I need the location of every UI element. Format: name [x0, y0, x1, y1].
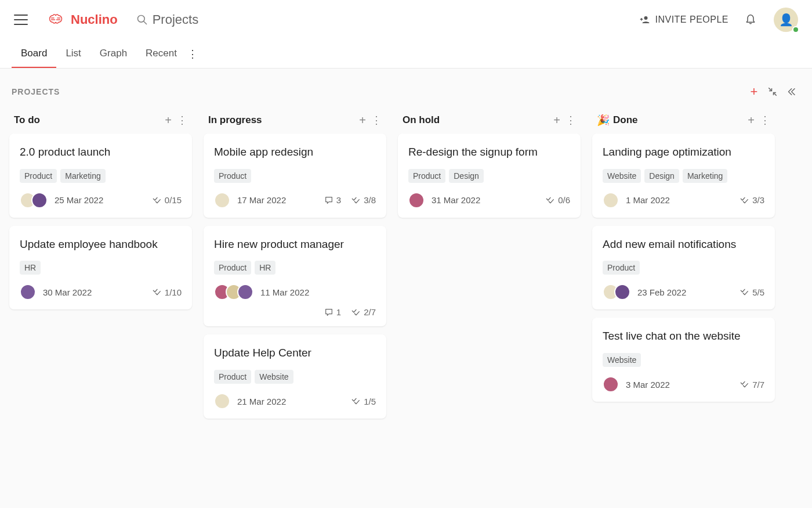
- card-date: 25 Mar 2022: [55, 195, 103, 205]
- card-date: 17 Mar 2022: [237, 195, 286, 205]
- card[interactable]: 2.0 product launchProductMarketing25 Mar…: [9, 134, 192, 218]
- board-columns: To do+2.0 product launchProductMarketing…: [0, 106, 812, 427]
- brand-logo[interactable]: Nuclino: [49, 12, 118, 27]
- card[interactable]: Test live chat on the websiteWebsite3 Ma…: [592, 318, 775, 402]
- card-date: 23 Feb 2022: [637, 287, 686, 297]
- card-title: Landing page optimization: [603, 145, 764, 160]
- add-column-button[interactable]: +: [745, 82, 763, 101]
- column-done: 🎉Done+Landing page optimizationWebsiteDe…: [586, 106, 781, 427]
- avatar: [31, 192, 48, 208]
- card-title: Add new email notifications: [603, 237, 764, 252]
- card-meta: 25 Mar 20220/15: [20, 192, 182, 208]
- card-meta-row2: 12/7: [214, 307, 376, 317]
- search-placeholder: Projects: [153, 12, 198, 27]
- presence-indicator: [792, 26, 799, 33]
- column-header: 🎉Done+: [590, 106, 777, 134]
- card-avatars: [603, 192, 619, 208]
- tag: Website: [255, 370, 293, 384]
- tab-more-icon[interactable]: [186, 48, 199, 60]
- tag: HR: [255, 261, 276, 275]
- card-date: 30 Mar 2022: [43, 287, 92, 297]
- column-more-icon[interactable]: [176, 113, 188, 128]
- svg-point-2: [644, 16, 648, 20]
- card-tags: Website: [603, 353, 764, 367]
- checklist-count: 0/6: [546, 195, 570, 205]
- user-avatar[interactable]: 👤: [774, 8, 798, 32]
- card-meta: 1 Mar 20223/3: [603, 192, 764, 208]
- avatar: [214, 192, 230, 208]
- checklist-count: 3/8: [351, 195, 376, 205]
- card[interactable]: Update Help CenterProductWebsite21 Mar 2…: [204, 334, 386, 419]
- card-date: 3 Mar 2022: [626, 380, 670, 390]
- column-add-card-button[interactable]: +: [549, 113, 564, 128]
- tag: Product: [214, 261, 251, 275]
- card-title: Test live chat on the website: [603, 329, 764, 344]
- avatar: [603, 376, 619, 392]
- card[interactable]: Hire new product managerProductHR11 Mar …: [204, 226, 386, 327]
- card-avatars: [214, 393, 230, 409]
- tag: Marketing: [683, 169, 727, 183]
- card-meta: 21 Mar 20221/5: [214, 393, 376, 409]
- avatar: [237, 284, 253, 300]
- card-meta: 30 Mar 20221/10: [20, 284, 182, 300]
- invite-people-button[interactable]: INVITE PEOPLE: [640, 15, 728, 25]
- svg-line-1: [143, 21, 146, 24]
- tag: Website: [603, 353, 641, 367]
- card-meta: 17 Mar 202233/8: [214, 192, 376, 208]
- card-avatars: [603, 376, 619, 392]
- hamburger-menu-icon[interactable]: [14, 15, 28, 25]
- avatar: [603, 192, 619, 208]
- tab-graph[interactable]: Graph: [90, 39, 136, 68]
- collapse-panel-icon[interactable]: [782, 82, 800, 101]
- column-title: 🎉Done: [597, 114, 638, 127]
- column-header: On hold+: [396, 106, 583, 134]
- card-avatars: [603, 284, 630, 300]
- card-avatars: [20, 192, 48, 208]
- card-avatars: [214, 284, 253, 300]
- column-on-hold: On hold+Re-design the signup formProduct…: [392, 106, 586, 427]
- card-meta: 31 Mar 20220/6: [408, 192, 570, 208]
- column-title: To do: [14, 114, 40, 126]
- brain-icon: [49, 13, 66, 27]
- column-title: In progress: [208, 114, 262, 126]
- card-title: Hire new product manager: [214, 237, 376, 252]
- column-add-card-button[interactable]: +: [355, 113, 370, 128]
- tag: Design: [644, 169, 679, 183]
- card[interactable]: Mobile app redesignProduct17 Mar 202233/…: [204, 134, 386, 218]
- checklist-count: 2/7: [351, 307, 376, 317]
- card[interactable]: Landing page optimizationWebsiteDesignMa…: [592, 134, 775, 218]
- column-add-card-button[interactable]: +: [161, 113, 176, 128]
- tab-list[interactable]: List: [56, 39, 90, 68]
- tab-board[interactable]: Board: [12, 39, 56, 68]
- card-tags: ProductMarketing: [20, 169, 182, 183]
- tag: Product: [214, 169, 251, 183]
- column-add-card-button[interactable]: +: [744, 113, 759, 128]
- tab-recent[interactable]: Recent: [136, 39, 186, 68]
- person-add-icon: [640, 15, 650, 25]
- column-more-icon[interactable]: [370, 113, 383, 128]
- card-meta: 11 Mar 2022: [214, 284, 376, 300]
- collapse-icon[interactable]: [763, 82, 782, 101]
- board-title: PROJECTS: [12, 87, 60, 96]
- card-date: 31 Mar 2022: [432, 195, 480, 205]
- bell-icon[interactable]: [745, 14, 756, 26]
- board-area: PROJECTS + To do+2.0 product launchProdu…: [0, 69, 812, 508]
- column-more-icon[interactable]: [564, 113, 577, 128]
- checklist-count: 5/5: [740, 287, 764, 297]
- avatar: [20, 284, 36, 300]
- card-tags: ProductHR: [214, 261, 376, 275]
- card[interactable]: Update employee handbookHR30 Mar 20221/1…: [9, 226, 192, 310]
- column-more-icon[interactable]: [759, 113, 771, 128]
- checklist-count: 1/10: [153, 287, 182, 297]
- comment-count: 1: [324, 307, 341, 317]
- checklist-count: 1/5: [351, 397, 376, 406]
- card-tags: Product: [214, 169, 376, 183]
- tag: Product: [214, 370, 251, 384]
- card[interactable]: Re-design the signup formProductDesign31…: [398, 134, 581, 218]
- search-box[interactable]: Projects: [136, 12, 198, 27]
- avatar: [408, 192, 425, 208]
- column-to-do: To do+2.0 product launchProductMarketing…: [3, 106, 198, 427]
- card-avatars: [408, 192, 425, 208]
- card[interactable]: Add new email notificationsProduct23 Feb…: [592, 226, 775, 310]
- card-tags: Product: [603, 261, 764, 275]
